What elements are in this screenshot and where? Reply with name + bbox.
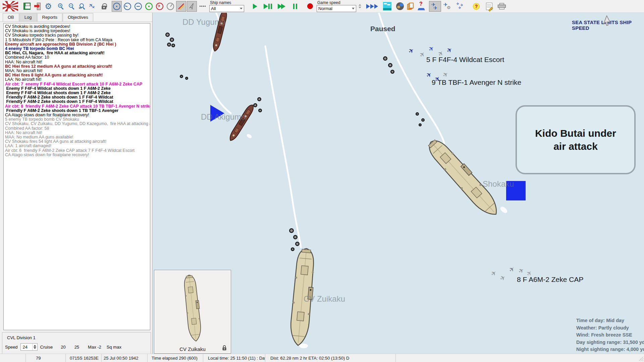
ship-detail-panel[interactable]: CV Zuikaku	[154, 270, 231, 354]
flak-burst	[388, 63, 392, 67]
log-line: LAA: No aircraft hit!	[5, 77, 149, 82]
weather-button[interactable]	[382, 1, 392, 12]
ship-query-button[interactable]: ?	[416, 1, 426, 12]
log-line: Combined AA factor: 58	[5, 126, 149, 131]
ship-label-shokaku: Shokaku	[483, 179, 514, 189]
plane-formation-icon: ✈✈✈	[456, 2, 465, 10]
question-icon: ?	[473, 3, 480, 10]
mini-ship-sprite	[173, 272, 212, 344]
green-circle-icon	[145, 3, 153, 10]
ruler-button[interactable]	[176, 1, 186, 12]
pointer-needle-icon	[189, 3, 195, 10]
sq-max-label: Sq max	[107, 345, 121, 350]
environment-line: Weather: Partly cloudy	[576, 324, 644, 332]
panel-tabs: OB Log Reports Objectives	[0, 13, 152, 22]
environment-info: Time of day: Mid dayWeather: Partly clou…	[576, 317, 644, 353]
tab-reports[interactable]: Reports	[37, 13, 63, 21]
circle-hand-icon	[124, 3, 131, 10]
time-circle-button[interactable]	[122, 1, 132, 12]
environment-line: Day sighting range: 31,500 yds	[576, 339, 644, 346]
play-button[interactable]	[250, 1, 260, 12]
speed-value: 24	[21, 345, 32, 350]
fast-forward-button[interactable]	[275, 1, 287, 12]
flak-burst	[421, 118, 425, 122]
circle-dot-icon	[113, 3, 120, 10]
globe-button[interactable]	[395, 1, 405, 12]
flak-burst	[185, 77, 188, 80]
step-button[interactable]	[263, 1, 273, 12]
flak-burst	[289, 228, 294, 233]
unit-title: CVL Division 1	[7, 335, 36, 340]
formation-button[interactable]: ✈✈✈	[454, 1, 467, 12]
status-field: 0715S 16253E	[66, 354, 102, 362]
printer-icon	[498, 3, 506, 10]
compass-button[interactable]	[165, 1, 175, 12]
range-circle-button[interactable]	[133, 1, 143, 12]
log-line: Air cbt: 8 friendly F A6M-2 Zeke CAP att…	[5, 104, 149, 109]
pause-button[interactable]	[290, 1, 300, 12]
notes-button[interactable]	[484, 1, 494, 12]
zoom-in-button[interactable]: +	[56, 1, 66, 12]
air-group-button[interactable]: ✈✈	[429, 1, 441, 12]
circle-minus-icon	[135, 3, 142, 10]
flak-burst	[253, 103, 257, 107]
turbo-button[interactable]	[365, 1, 379, 12]
flak-burst	[257, 97, 261, 101]
log-line: HAA: No aircraft hit!	[5, 60, 149, 64]
speed-stepper[interactable]: 24	[20, 343, 38, 351]
center-view-button[interactable]	[112, 1, 122, 12]
play-icon	[253, 4, 257, 9]
save-button[interactable]	[22, 1, 32, 12]
lock-view-button[interactable]	[99, 1, 109, 12]
environment-line: Wind: Fresh breeze SSE	[576, 331, 644, 339]
log-list[interactable]: CV Shokaku is avoiding torpedoes!CV Shok…	[3, 23, 150, 330]
environment-line: Night sighting range: 4,000 yds	[576, 346, 644, 353]
tab-log[interactable]: Log	[19, 13, 37, 21]
flak-burst	[293, 235, 298, 239]
status-field: Time elapsed 290 (600)	[148, 354, 203, 362]
grid-dots-button[interactable]	[198, 1, 208, 12]
zoom-x5-button[interactable]: x5	[77, 1, 88, 12]
tactical-map[interactable]: DD Yugumo DD Akigumo CV Zuikaku Shokaku …	[153, 13, 644, 354]
ship-label-yugumo: DD Yugumo	[182, 17, 226, 27]
log-line: CV Shokaku torpedo tracks passing by!	[5, 33, 149, 38]
air-group-label-avenger: 9 TB TBF-1 Avenger N strike	[432, 78, 521, 86]
dots-icon	[200, 6, 206, 7]
status-field: Dist: 62.28 nm 2 hr ETA: 02:50 (13:50) D	[265, 354, 396, 362]
stepper-arrows-icon[interactable]	[32, 344, 37, 350]
settings-button[interactable]: ⚙	[43, 1, 53, 12]
game-speed-select[interactable]: Normal	[317, 5, 356, 12]
flak-burst	[383, 56, 387, 61]
pause-icon	[293, 4, 294, 9]
game-speed-label: Game speed	[317, 1, 356, 5]
documents-icon	[407, 3, 414, 10]
flak-burst	[419, 123, 422, 126]
red-plane-circle-icon: ✈	[156, 3, 163, 10]
compass-icon	[167, 3, 174, 10]
exit-button[interactable]	[33, 1, 43, 12]
japan-ensign-icon	[3, 1, 18, 11]
print-button[interactable]	[497, 1, 507, 12]
side-panel: OB Log Reports Objectives CV Shokaku is …	[0, 13, 153, 354]
flak-burst	[390, 70, 394, 74]
speed-spinner[interactable]	[358, 4, 362, 8]
speed-label: Speed	[5, 345, 18, 350]
status-bar: 790715S 16253E25 Jul 00:50 1942Time elap…	[0, 354, 644, 362]
air-range-button[interactable]: ✈	[155, 1, 165, 12]
log-line: LAA: 1 aircraft damaged!	[5, 144, 149, 148]
plot-course-button[interactable]: ✈✈	[88, 1, 98, 12]
zoom-out-button[interactable]: −	[67, 1, 77, 12]
pointer-button[interactable]	[187, 1, 197, 12]
ship-names-select[interactable]: All	[209, 5, 244, 12]
reports-stack-button[interactable]	[406, 1, 416, 12]
sensor-circle-button[interactable]	[144, 1, 154, 12]
tab-ob[interactable]: OB	[3, 13, 19, 21]
ship-question-icon: ?	[418, 2, 425, 10]
record-button[interactable]	[305, 1, 315, 12]
resize-grip[interactable]	[639, 356, 643, 361]
callout-line1: Kido Butai under	[535, 127, 616, 140]
spin-up-icon	[359, 4, 361, 6]
tab-objectives[interactable]: Objectives	[63, 13, 93, 21]
help-button[interactable]: ?	[471, 1, 481, 12]
air-config-button[interactable]: ✈⚙	[442, 1, 454, 12]
